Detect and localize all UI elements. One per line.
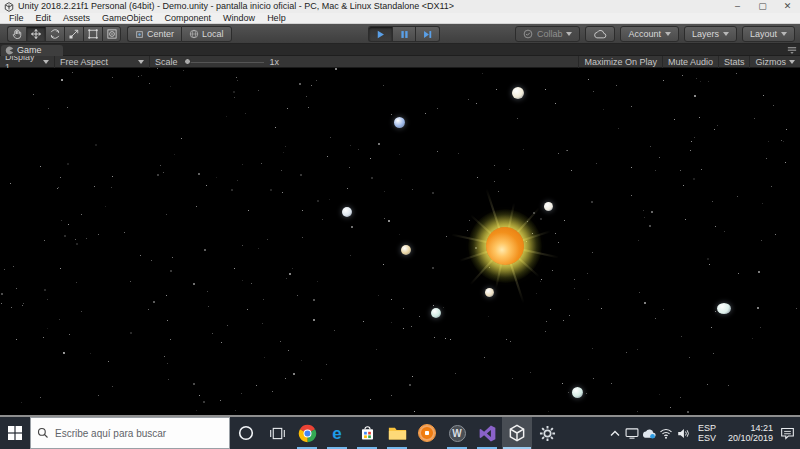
star — [494, 165, 495, 166]
menu-window[interactable]: Window — [217, 13, 261, 24]
pan-tool-button[interactable] — [7, 26, 26, 42]
star — [350, 145, 351, 146]
star — [391, 395, 392, 396]
star — [235, 410, 236, 411]
maximize-on-play-button[interactable]: Maximize On Play — [578, 56, 662, 68]
cloud-button[interactable] — [585, 26, 615, 42]
aspect-dropdown[interactable]: Free Aspect — [55, 56, 150, 68]
star — [227, 325, 228, 326]
star — [715, 226, 716, 227]
star — [488, 316, 489, 317]
scale-slider[interactable] — [184, 56, 264, 68]
menu-file[interactable]: File — [3, 13, 30, 24]
tray-onedrive-icon[interactable] — [641, 417, 658, 449]
rotate-tool-button[interactable] — [45, 26, 64, 42]
star — [574, 279, 575, 280]
scale-tool-button[interactable] — [64, 26, 83, 42]
space-local-button[interactable]: Local — [181, 26, 232, 42]
star — [248, 210, 249, 211]
star — [358, 149, 359, 150]
taskbar-app-explorer[interactable] — [382, 417, 412, 449]
unity-app-icon — [4, 2, 14, 12]
star — [596, 163, 597, 164]
menu-assets[interactable]: Assets — [57, 13, 96, 24]
star — [564, 220, 565, 221]
cortana-button[interactable] — [230, 417, 262, 449]
star — [419, 316, 420, 317]
account-button[interactable]: Account — [620, 26, 679, 42]
star — [282, 192, 283, 193]
star — [148, 309, 149, 310]
star — [363, 321, 364, 322]
panel-menu-icon[interactable] — [787, 46, 797, 54]
star — [712, 201, 713, 202]
menu-help[interactable]: Help — [261, 13, 292, 24]
star — [562, 383, 563, 384]
scale-slider-knob[interactable] — [184, 58, 191, 65]
star — [545, 89, 546, 90]
action-center-icon — [780, 427, 795, 440]
menu-edit[interactable]: Edit — [30, 13, 58, 24]
pivot-center-button[interactable]: Center — [127, 26, 181, 42]
play-button[interactable] — [368, 26, 392, 42]
tray-device-icon[interactable] — [624, 417, 641, 449]
star — [603, 109, 604, 110]
rect-tool-button[interactable] — [83, 26, 102, 42]
star — [689, 357, 690, 358]
taskbar-app-visual-studio[interactable] — [472, 417, 502, 449]
taskbar-app-task-view[interactable] — [262, 417, 292, 449]
language-indicator[interactable]: ESP ESV — [692, 423, 722, 443]
star — [48, 108, 49, 109]
step-button[interactable] — [416, 26, 440, 42]
tray-volume-icon[interactable] — [675, 417, 692, 449]
taskbar-app-unity[interactable] — [502, 417, 532, 449]
taskbar-app-settings[interactable] — [532, 417, 562, 449]
transform-tool-button[interactable] — [102, 26, 121, 42]
star — [231, 189, 233, 191]
mute-audio-button[interactable]: Mute Audio — [662, 56, 718, 68]
taskbar-app-chrome[interactable] — [292, 417, 322, 449]
star — [694, 137, 695, 138]
close-button[interactable]: ✕ — [775, 0, 800, 13]
star — [737, 196, 738, 197]
star — [663, 80, 664, 81]
star — [40, 166, 41, 167]
planet — [431, 308, 441, 318]
clock[interactable]: 14:21 20/10/2019 — [722, 423, 779, 443]
star — [47, 299, 48, 300]
tray-expand-button[interactable] — [607, 417, 624, 449]
collab-button[interactable]: Collab — [515, 26, 581, 42]
taskbar-app-edge[interactable]: e — [322, 417, 352, 449]
taskbar-app-store[interactable] — [352, 417, 382, 449]
star — [437, 151, 438, 152]
gizmos-button[interactable]: Gizmos — [749, 56, 800, 68]
move-tool-button[interactable] — [26, 26, 45, 42]
display-dropdown[interactable]: Display 1 — [0, 56, 55, 68]
star — [172, 257, 173, 258]
tab-game[interactable]: Game — [1, 45, 63, 56]
star — [376, 349, 377, 350]
menu-gameobject[interactable]: GameObject — [96, 13, 159, 24]
search-input[interactable] — [55, 428, 205, 439]
taskbar-search[interactable] — [30, 417, 230, 449]
action-center-button[interactable] — [779, 417, 796, 449]
minimize-button[interactable]: – — [725, 0, 750, 13]
screen: Unity 2018.2.21f1 Personal (64bit) - Dem… — [0, 0, 800, 449]
tray-wifi-icon[interactable] — [658, 417, 675, 449]
layers-button[interactable]: Layers — [684, 26, 737, 42]
star — [272, 391, 273, 392]
star — [693, 178, 695, 180]
game-viewport[interactable] — [0, 68, 800, 417]
stats-button[interactable]: Stats — [718, 56, 750, 68]
star — [130, 332, 132, 334]
maximize-button[interactable]: ▢ — [750, 0, 775, 13]
pause-button[interactable] — [392, 26, 416, 42]
start-button[interactable] — [0, 417, 30, 449]
layout-button[interactable]: Layout — [742, 26, 795, 42]
taskbar-app-orange[interactable] — [412, 417, 442, 449]
menu-component[interactable]: Component — [159, 13, 218, 24]
taskbar-app-wallpaper[interactable]: W — [442, 417, 472, 449]
star — [631, 106, 632, 107]
display-icon — [625, 428, 639, 439]
star — [166, 214, 167, 215]
